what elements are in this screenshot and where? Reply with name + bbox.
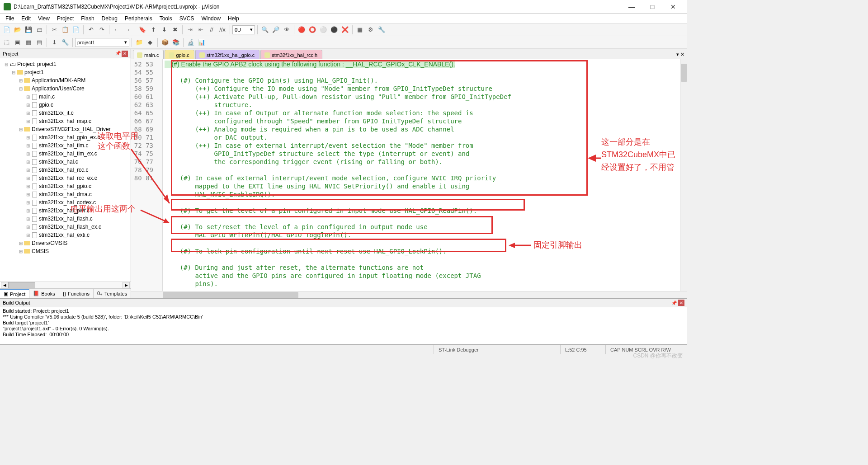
menu-flash[interactable]: Flash: [77, 14, 98, 23]
tree-file[interactable]: ⊞stm32f1xx_hal_flash_ex.c: [2, 223, 131, 231]
paste-icon[interactable]: 📄: [71, 25, 81, 35]
tree-group[interactable]: ⊞Drivers/CMSIS: [2, 239, 131, 247]
tree-hscroll[interactable]: ◀ ▶: [0, 281, 131, 288]
find-in-files-icon[interactable]: 🔎: [271, 25, 281, 35]
outdent-icon[interactable]: ⇤: [196, 25, 206, 35]
code-view[interactable]: (#) Enable the GPIO APB2 clock using the…: [163, 59, 680, 291]
minimize-button[interactable]: —: [621, 0, 642, 14]
editor-tab[interactable]: gpio.c: [165, 50, 194, 59]
copy-icon[interactable]: 📋: [60, 25, 70, 35]
tree-root[interactable]: ⊟🗃Project: project1: [2, 60, 131, 68]
target-select[interactable]: project1▾: [75, 38, 129, 47]
pack-installer-icon[interactable]: 📦: [160, 38, 170, 47]
maximize-button[interactable]: □: [642, 0, 663, 14]
nav-fwd-icon[interactable]: →: [123, 25, 132, 35]
menu-edit[interactable]: Edit: [18, 14, 34, 23]
menu-window[interactable]: Window: [198, 14, 224, 23]
build-output-text[interactable]: Build started: Project: project1 *** Usi…: [0, 307, 687, 344]
incremental-find-icon[interactable]: 👁: [282, 25, 292, 35]
tree-file[interactable]: ⊞stm32f1xx_hal_tim_ex.c: [2, 150, 131, 158]
tree-file[interactable]: ⊞stm32f1xx_hal_exti.c: [2, 231, 131, 239]
panel-tab-project[interactable]: ▣ Project: [0, 289, 29, 298]
editor-tab[interactable]: stm32f1xx_hal_gpio.c: [195, 50, 259, 59]
translate-icon[interactable]: ⬚: [2, 38, 12, 47]
download-icon[interactable]: ⬇: [49, 38, 59, 47]
tree-file[interactable]: ⊞stm32f1xx_hal_pwr.c: [2, 207, 131, 215]
tab-controls[interactable]: ▾ ✕: [674, 50, 687, 59]
find-icon[interactable]: 🔍: [260, 25, 270, 35]
indent-icon[interactable]: ⇥: [185, 25, 195, 35]
books-icon[interactable]: 📚: [171, 38, 181, 47]
comment-icon[interactable]: //: [207, 25, 217, 35]
menu-help[interactable]: Help: [224, 14, 243, 23]
enable-breakpoint-icon[interactable]: ⚪: [318, 25, 328, 35]
simulator-icon[interactable]: 🔬: [186, 38, 196, 47]
tools-icon[interactable]: 🔧: [377, 25, 387, 35]
tree-file[interactable]: ⊞stm32f1xx_hal_gpio.c: [2, 182, 131, 190]
window-icon[interactable]: ▦: [355, 25, 365, 35]
menu-svcs[interactable]: SVCS: [176, 14, 198, 23]
editor-vscroll[interactable]: [680, 59, 687, 291]
editor-hscroll[interactable]: [131, 291, 687, 298]
tree-file[interactable]: ⊞stm32f1xx_hal_msp.c: [2, 117, 131, 125]
tree-group[interactable]: ⊞Application/MDK-ARM: [2, 76, 131, 85]
tree-file[interactable]: ⊞stm32f1xx_hal_cortex.c: [2, 198, 131, 207]
menu-file[interactable]: File: [2, 14, 18, 23]
tree-file[interactable]: ⊞stm32f1xx_hal_rcc.c: [2, 166, 131, 174]
tree-file[interactable]: ⊞stm32f1xx_hal_rcc_ex.c: [2, 174, 131, 182]
tree-file[interactable]: ⊞stm32f1xx_hal_dma.c: [2, 190, 131, 198]
menu-peripherals[interactable]: Peripherals: [121, 14, 156, 23]
kill-breakpoints-icon[interactable]: ❌: [340, 25, 350, 35]
new-file-icon[interactable]: 📄: [2, 25, 12, 35]
pin-icon[interactable]: 📌: [115, 51, 121, 57]
tree-group[interactable]: ⊟Drivers/STM32F1xx_HAL_Driver: [2, 125, 131, 133]
insert-breakpoint-icon[interactable]: ⭕: [307, 25, 317, 35]
build-close-icon[interactable]: ✕: [678, 300, 684, 306]
batch-build-icon[interactable]: ▤: [34, 38, 44, 47]
panel-tab-templates[interactable]: 0₊ Templates: [94, 289, 131, 298]
bookmark-prev-icon[interactable]: ⬆: [148, 25, 158, 35]
manage-targets-icon[interactable]: 📁: [134, 38, 144, 47]
menu-tools[interactable]: Tools: [156, 14, 176, 23]
tree-target[interactable]: ⊟project1: [2, 68, 131, 76]
tree-file[interactable]: ⊞stm32f1xx_hal_tim.c: [2, 141, 131, 150]
nav-back-icon[interactable]: ←: [112, 25, 122, 35]
menu-debug[interactable]: Debug: [98, 14, 121, 23]
build-pin-icon[interactable]: 📌: [671, 301, 677, 305]
tree-file[interactable]: ⊞stm32f1xx_it.c: [2, 109, 131, 117]
analyzer-icon[interactable]: 📊: [197, 38, 207, 47]
panel-tab-functions[interactable]: {} Functions: [59, 289, 94, 298]
bookmark-next-icon[interactable]: ⬇: [159, 25, 169, 35]
bookmark-clear-icon[interactable]: ✖: [170, 25, 180, 35]
cut-icon[interactable]: ✂: [49, 25, 59, 35]
manage-rte-icon[interactable]: ◆: [145, 38, 155, 47]
options-icon[interactable]: 🔧: [60, 38, 70, 47]
bookmark-icon[interactable]: 🔖: [137, 25, 147, 35]
tree-group[interactable]: ⊟Application/User/Core: [2, 85, 131, 93]
editor-tab[interactable]: stm32f1xx_hal_rcc.h: [260, 50, 322, 59]
open-file-icon[interactable]: 📂: [13, 25, 23, 35]
scroll-left-icon[interactable]: ◀: [1, 282, 8, 288]
panel-tab-books[interactable]: 📕 Books: [29, 289, 59, 298]
tree-file[interactable]: ⊞main.c: [2, 93, 131, 101]
menu-view[interactable]: View: [34, 14, 53, 23]
close-button[interactable]: ✕: [663, 0, 684, 14]
tree-group[interactable]: ⊞CMSIS: [2, 247, 131, 255]
tree-file[interactable]: ⊞gpio.c: [2, 101, 131, 109]
debug-start-icon[interactable]: 🔴: [297, 25, 307, 35]
save-all-icon[interactable]: 🗃: [34, 25, 44, 35]
project-tree[interactable]: ⊟🗃Project: project1⊟project1⊞Application…: [0, 58, 131, 281]
search-combo[interactable]: 0U▾: [232, 25, 255, 34]
config-icon[interactable]: ⚙: [366, 25, 376, 35]
disable-breakpoint-icon[interactable]: ⚫: [329, 25, 339, 35]
uncomment-icon[interactable]: //x: [217, 25, 227, 35]
tree-file[interactable]: ⊞stm32f1xx_hal.c: [2, 158, 131, 166]
tree-file[interactable]: ⊞stm32f1xx_hal_gpio_ex.c: [2, 133, 131, 141]
build-icon[interactable]: ▣: [13, 38, 23, 47]
undo-icon[interactable]: ↶: [86, 25, 96, 35]
panel-close-icon[interactable]: ✕: [122, 51, 128, 57]
menu-project[interactable]: Project: [53, 14, 77, 23]
tree-file[interactable]: ⊞stm32f1xx_hal_flash.c: [2, 215, 131, 223]
save-icon[interactable]: 💾: [24, 25, 33, 35]
editor-tab[interactable]: main.c: [133, 50, 164, 59]
